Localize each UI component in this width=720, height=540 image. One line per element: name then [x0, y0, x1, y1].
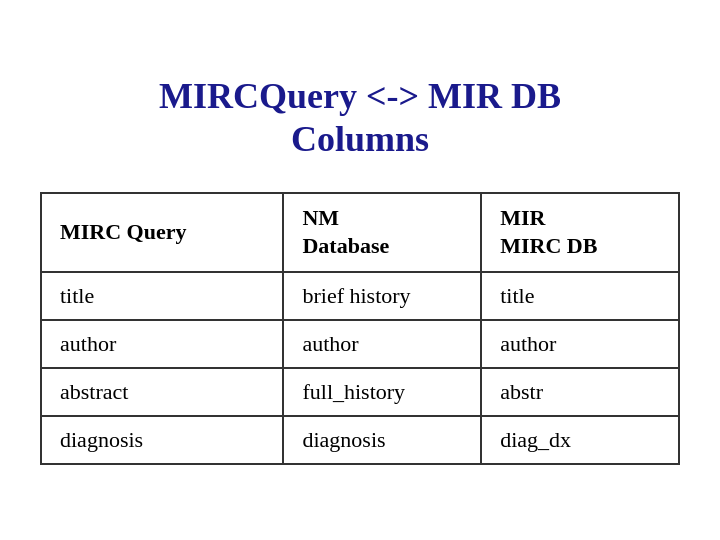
header-mirc-query: MIRC Query: [41, 193, 283, 272]
cell-mir-0: title: [481, 272, 679, 320]
cell-mirc-0: title: [41, 272, 283, 320]
cell-mir-3: diag_dx: [481, 416, 679, 464]
cell-nm-1: author: [283, 320, 481, 368]
cell-nm-2: full_history: [283, 368, 481, 416]
header-mir-mirc-db: MIRMIRC DB: [481, 193, 679, 272]
cell-mirc-1: author: [41, 320, 283, 368]
cell-nm-0: brief history: [283, 272, 481, 320]
cell-mirc-2: abstract: [41, 368, 283, 416]
cell-mir-2: abstr: [481, 368, 679, 416]
mapping-table: MIRC Query NMDatabase MIRMIRC DB titlebr…: [40, 192, 680, 465]
cell-mir-1: author: [481, 320, 679, 368]
table-row: diagnosisdiagnosisdiag_dx: [41, 416, 679, 464]
table-row: abstractfull_historyabstr: [41, 368, 679, 416]
table-row: authorauthorauthor: [41, 320, 679, 368]
page-title: MIRCQuery <-> MIR DB Columns: [159, 75, 561, 161]
cell-mirc-3: diagnosis: [41, 416, 283, 464]
cell-nm-3: diagnosis: [283, 416, 481, 464]
table-row: titlebrief historytitle: [41, 272, 679, 320]
header-nm-database: NMDatabase: [283, 193, 481, 272]
